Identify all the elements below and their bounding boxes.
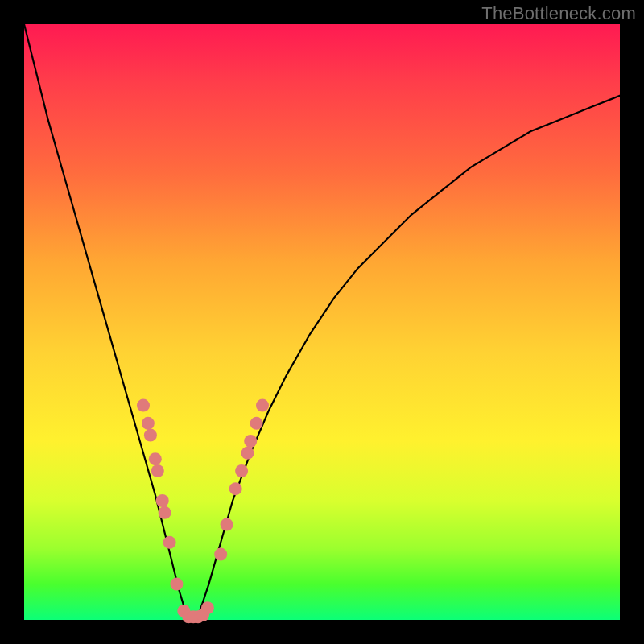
watermark-text: TheBottleneck.com — [481, 3, 636, 24]
data-point — [242, 447, 254, 460]
data-point — [159, 506, 171, 519]
data-point — [214, 548, 227, 561]
data-point — [170, 578, 183, 591]
data-point — [250, 417, 263, 430]
data-point — [144, 429, 157, 442]
data-point — [201, 601, 214, 614]
data-point — [235, 464, 248, 477]
data-point — [221, 518, 233, 531]
data-point — [256, 399, 269, 412]
data-point — [229, 482, 242, 495]
bottleneck-curve — [24, 24, 620, 620]
data-point — [149, 452, 162, 465]
data-point-markers — [137, 399, 269, 624]
chart-svg — [0, 0, 644, 644]
data-point — [137, 399, 150, 412]
data-point — [151, 464, 164, 477]
data-point — [244, 435, 257, 448]
data-point — [163, 536, 176, 549]
data-point — [142, 417, 155, 430]
data-point — [156, 494, 169, 507]
chart-stage: TheBottleneck.com — [0, 0, 644, 644]
